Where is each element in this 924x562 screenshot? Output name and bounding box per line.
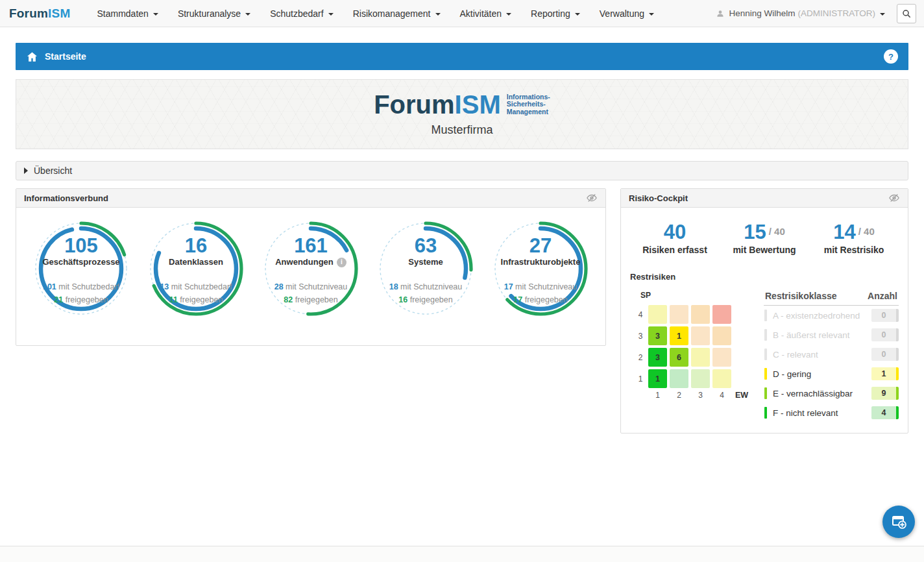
risk-class-label: B - äußerst relevant bbox=[773, 330, 871, 340]
risk-class-row-e[interactable]: E - vernachlässigbar9 bbox=[764, 384, 899, 403]
add-entry-fab-button[interactable] bbox=[882, 506, 915, 538]
infoverbund-card-datenklassen[interactable]: 16Datenklassen13 mit Schutzbedarf11 frei… bbox=[140, 218, 252, 341]
risk-class-label: A - existenzbedrohend bbox=[773, 311, 871, 321]
risk-stat-value: 40 bbox=[664, 221, 686, 243]
top-navbar: ForumISM StammdatenStrukturanalyseSchutz… bbox=[0, 0, 924, 27]
table-header: Restrisikoklasse Anzahl bbox=[764, 289, 899, 306]
infoverbund-card-anwendungen[interactable]: 161Anwendungeni28 mit Schutzniveau82 fre… bbox=[255, 218, 367, 341]
risk-stat-label: mit Restrisiko bbox=[809, 245, 899, 255]
risk-class-row-b[interactable]: B - äußerst relevant0 bbox=[764, 325, 899, 345]
risk-stat-total: / 40 bbox=[858, 226, 875, 237]
table-header-count: Anzahl bbox=[868, 291, 897, 301]
matrix-col-label: 1 bbox=[648, 391, 667, 400]
sub-schutz-value: 28 bbox=[274, 282, 284, 291]
risk-stat-numbers: 14/ 40 bbox=[809, 222, 899, 243]
dashboard-row: Informationsverbund 105Geschäftsprozesse… bbox=[16, 188, 908, 434]
card-count: 63 bbox=[415, 235, 437, 257]
nav-item-label: Reporting bbox=[531, 8, 570, 19]
risk-class-row-f[interactable]: F - nicht relevant4 bbox=[764, 403, 899, 422]
risk-stat-value: 14 bbox=[833, 221, 855, 243]
breadcrumb-title: Startseite bbox=[45, 51, 86, 62]
card-label-text: Geschäftsprozesse bbox=[42, 257, 119, 267]
nav-item-label: Verwaltung bbox=[600, 8, 644, 19]
hide-panel-eye-icon[interactable] bbox=[586, 192, 598, 204]
matrix-cell-sp3: 1 bbox=[670, 326, 688, 345]
sub-freigegeben-value: 16 bbox=[398, 295, 407, 304]
cockpit-panel-header: Risiko-Cockpit bbox=[621, 189, 908, 208]
card-label-text: Systeme bbox=[408, 257, 443, 267]
home-icon[interactable] bbox=[26, 51, 38, 63]
help-button[interactable]: ? bbox=[884, 49, 898, 64]
card-sublines: 18 mit Schutzniveau16 freigegeben bbox=[389, 280, 463, 306]
infoverbund-title: Informationsverbund bbox=[24, 193, 108, 203]
matrix-cell-sp2 bbox=[712, 348, 731, 367]
risk-class-row-d[interactable]: D - gering1 bbox=[764, 364, 899, 384]
card-label: Anwendungeni bbox=[275, 257, 346, 267]
matrix-row-label: 4 bbox=[635, 310, 646, 319]
sub-freigegeben-value: 11 bbox=[169, 295, 178, 304]
card-label: Datenklassen bbox=[169, 257, 223, 267]
risk-class-label: E - vernachlässigbar bbox=[773, 389, 871, 398]
breadcrumb-bar: Startseite ? bbox=[16, 43, 908, 70]
card-label-text: Anwendungen bbox=[275, 257, 334, 267]
cockpit-lower: SP 4331236111234EW Restrisikoklasse Anza… bbox=[630, 286, 899, 422]
infoverbund-card-infrastrukturobjekte[interactable]: 27Infrastrukturobjekte17 mit Schutznivea… bbox=[485, 218, 596, 341]
nav-item-reporting[interactable]: Reporting bbox=[521, 0, 590, 27]
new-window-plus-icon bbox=[889, 512, 908, 531]
infoverbund-card-systeme[interactable]: 63Systeme18 mit Schutzniveau16 freigegeb… bbox=[370, 218, 481, 341]
risk-class-row-c[interactable]: C - relevant0 bbox=[764, 345, 899, 364]
cockpit-body: 40Risiken erfasst15/ 40mit Bewertung14/ … bbox=[621, 208, 908, 433]
matrix-x-axis-label: EW bbox=[734, 391, 753, 400]
matrix-cell-sp4 bbox=[648, 305, 667, 324]
card-count: 16 bbox=[185, 235, 207, 257]
risk-stat-total: / 40 bbox=[769, 226, 785, 237]
table-rows: A - existenzbedrohend0B - äußerst releva… bbox=[764, 306, 899, 422]
matrix-cell-sp3 bbox=[712, 326, 731, 345]
content: Startseite ? ForumISM Informations-Siche… bbox=[0, 43, 924, 434]
main-menu: StammdatenStrukturanalyseSchutzbedarfRis… bbox=[88, 0, 664, 27]
company-name: Musterfirma bbox=[431, 123, 492, 137]
sub-freigegeben: 11 freigegeben bbox=[160, 293, 232, 306]
overview-label: Übersicht bbox=[34, 165, 72, 176]
risk-class-color-bar bbox=[764, 329, 767, 341]
nav-item-strukturanalyse[interactable]: Strukturanalyse bbox=[168, 0, 260, 27]
user-role: (ADMINISTRATOR) bbox=[798, 8, 876, 18]
hero-tagline: Informations-Sicherheits-Management bbox=[507, 93, 550, 116]
risk-class-count-badge: 0 bbox=[871, 348, 899, 361]
info-icon[interactable]: i bbox=[337, 258, 346, 267]
user-icon bbox=[716, 9, 725, 18]
card-label: Systeme bbox=[408, 257, 443, 267]
search-button[interactable] bbox=[897, 4, 916, 23]
risk-stat-value: 15 bbox=[744, 221, 766, 243]
risk-class-row-a[interactable]: A - existenzbedrohend0 bbox=[764, 306, 899, 325]
infoverbund-card-geschaeftsprozesse[interactable]: 105Geschäftsprozesse101 mit Schutzbedarf… bbox=[25, 218, 137, 341]
risk-class-color-bar bbox=[764, 387, 767, 399]
risk-class-count-badge: 4 bbox=[871, 406, 899, 419]
user-menu[interactable]: Henning Wilhelm (ADMINISTRATOR) bbox=[716, 8, 885, 18]
nav-item-stammdaten[interactable]: Stammdaten bbox=[88, 0, 168, 27]
card-count: 161 bbox=[294, 235, 328, 257]
risk-class-count-badge: 9 bbox=[871, 387, 899, 400]
card-count: 105 bbox=[64, 235, 98, 257]
chevron-down-icon bbox=[506, 13, 511, 16]
card-sublines: 101 mit Schutzbedarf21 freigegeben bbox=[43, 280, 119, 306]
risk-class-count-badge: 1 bbox=[871, 367, 899, 380]
matrix-cell-sp3 bbox=[691, 326, 710, 345]
hide-panel-eye-icon[interactable] bbox=[888, 192, 900, 204]
risk-stats-row: 40Risiken erfasst15/ 40mit Bewertung14/ … bbox=[630, 222, 899, 255]
nav-item-schutzbedarf[interactable]: Schutzbedarf bbox=[260, 0, 343, 27]
chevron-down-icon bbox=[328, 13, 334, 16]
matrix-cell-sp1 bbox=[691, 369, 710, 388]
matrix-col-label: 4 bbox=[712, 391, 731, 400]
sub-schutz: 17 mit Schutzniveau bbox=[504, 280, 578, 293]
risiko-cockpit-panel: Risiko-Cockpit 40Risiken erfasst15/ 40mi… bbox=[620, 188, 908, 434]
matrix-cell-sp2: 3 bbox=[648, 348, 667, 367]
risk-stat-numbers: 40 bbox=[630, 222, 720, 243]
user-name: Henning Wilhelm bbox=[729, 8, 795, 18]
nav-item-verwaltung[interactable]: Verwaltung bbox=[590, 0, 664, 27]
app-logo[interactable]: ForumISM bbox=[9, 6, 71, 21]
nav-item-aktivitaeten[interactable]: Aktivitäten bbox=[450, 0, 522, 27]
nav-item-risikomanagement[interactable]: Risikomanagement bbox=[343, 0, 450, 27]
cockpit-title: Risiko-Cockpit bbox=[629, 193, 688, 203]
overview-collapse-bar[interactable]: Übersicht bbox=[16, 161, 908, 180]
